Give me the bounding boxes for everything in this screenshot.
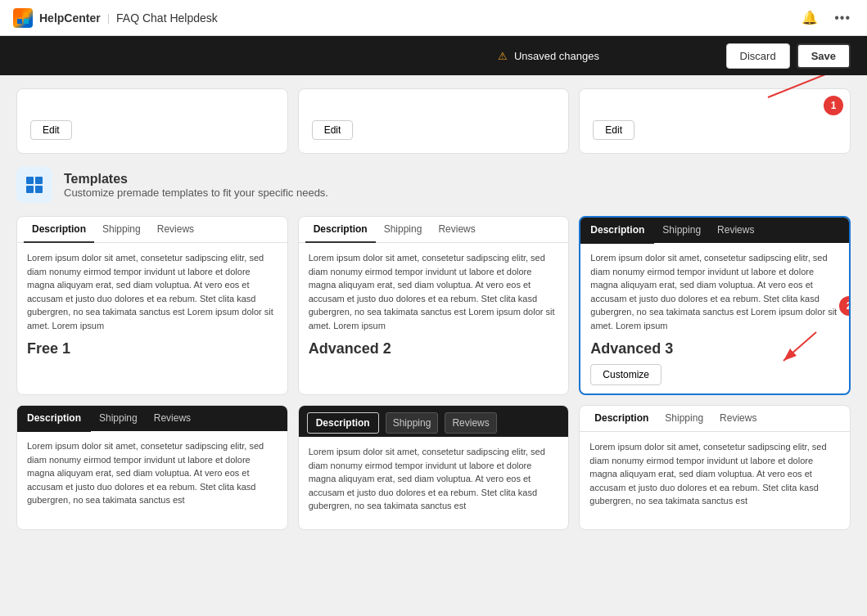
tab-description-adv4[interactable]: Description [17, 406, 91, 432]
template-grid-row2: Description Shipping Reviews Lorem ipsum… [16, 405, 851, 530]
pipe-separator: | [107, 11, 110, 24]
tab-shipping-adv4[interactable]: Shipping [91, 406, 146, 432]
notification-button[interactable]: 🔔 [798, 7, 821, 29]
tmpl-body-free1: Lorem ipsum dolor sit amet, consetetur s… [17, 243, 287, 372]
more-options-button[interactable]: ••• [831, 7, 854, 29]
svg-rect-3 [24, 19, 29, 24]
unsaved-bar: ⚠ Unsaved changes Discard Save [0, 36, 867, 75]
top-card-3: Edit 1 [579, 88, 851, 154]
nav-right: 🔔 ••• [798, 7, 854, 29]
edit-button-3[interactable]: Edit [593, 120, 634, 140]
annotation-badge-1: 1 [824, 96, 843, 115]
tab-description-adv2[interactable]: Description [305, 217, 376, 243]
tmpl-tabs-advanced4: Description Shipping Reviews [17, 406, 287, 431]
template-card-free1: Description Shipping Reviews Lorem ipsum… [16, 216, 288, 395]
top-card-1: Edit [16, 88, 288, 154]
svg-rect-1 [24, 12, 29, 17]
tmpl-lorem-adv5: Lorem ipsum dolor sit amet, consetetur s… [309, 445, 559, 513]
warning-icon: ⚠ [498, 50, 508, 62]
svg-rect-8 [26, 186, 34, 193]
tab-reviews-adv6[interactable]: Reviews [711, 406, 765, 432]
svg-rect-0 [17, 12, 22, 17]
tab-shipping-adv5[interactable]: Shipping [386, 412, 439, 434]
tab-description-adv6[interactable]: Description [586, 406, 657, 432]
tmpl-body-advanced3: Lorem ipsum dolor sit amet, consetetur s… [580, 243, 849, 393]
tab-shipping-free1[interactable]: Shipping [94, 217, 149, 243]
top-card-2: Edit [298, 88, 570, 154]
tmpl-lorem-adv4: Lorem ipsum dolor sit amet, consetetur s… [27, 439, 278, 507]
main-content: Edit Edit Edit 1 [0, 75, 867, 616]
tab-shipping-adv3[interactable]: Shipping [654, 218, 709, 244]
brand-name: HelpCenter [39, 11, 101, 25]
tab-reviews-free1[interactable]: Reviews [149, 217, 202, 243]
tmpl-lorem-adv3: Lorem ipsum dolor sit amet, consetetur s… [590, 251, 839, 332]
templates-description: Customize premade templates to fit your … [64, 187, 328, 199]
unsaved-message: ⚠ Unsaved changes [371, 50, 725, 62]
tab-reviews-adv3[interactable]: Reviews [709, 218, 762, 244]
tmpl-body-advanced2: Lorem ipsum dolor sit amet, consetetur s… [299, 243, 569, 372]
tmpl-tabs-advanced3: Description Shipping Reviews [580, 218, 849, 243]
template-grid-row1: Description Shipping Reviews Lorem ipsum… [16, 216, 851, 395]
tmpl-body-advanced5: Lorem ipsum dolor sit amet, consetetur s… [299, 437, 569, 529]
tmpl-lorem-free1: Lorem ipsum dolor sit amet, consetetur s… [27, 251, 278, 332]
svg-rect-2 [17, 19, 22, 24]
template-card-advanced6: Description Shipping Reviews Lorem ipsum… [579, 405, 851, 530]
tmpl-body-advanced6: Lorem ipsum dolor sit amet, consetetur s… [580, 432, 850, 524]
top-nav: HelpCenter | FAQ Chat Helpdesk 🔔 ••• [0, 0, 867, 36]
tab-description-adv5[interactable]: Description [307, 412, 379, 434]
tab-shipping-adv6[interactable]: Shipping [657, 406, 711, 432]
tmpl-tabs-advanced2: Description Shipping Reviews [299, 217, 569, 243]
template-card-advanced4: Description Shipping Reviews Lorem ipsum… [16, 405, 288, 530]
template-card-advanced2: Description Shipping Reviews Lorem ipsum… [298, 216, 570, 395]
tmpl-lorem-adv2: Lorem ipsum dolor sit amet, consetetur s… [309, 251, 559, 332]
tmpl-tabs-advanced6: Description Shipping Reviews [580, 406, 850, 432]
edit-button-1[interactable]: Edit [30, 120, 72, 140]
top-cards-row: Edit Edit Edit 1 [0, 75, 867, 160]
tmpl-lorem-adv6: Lorem ipsum dolor sit amet, consetetur s… [589, 440, 840, 508]
template-card-advanced5: Description Shipping Reviews Lorem ipsum… [298, 405, 570, 530]
templates-icon [16, 167, 52, 203]
svg-rect-7 [35, 177, 43, 184]
tmpl-tabs-advanced5: Description Shipping Reviews [299, 406, 569, 437]
tmpl-tabs-free1: Description Shipping Reviews [17, 217, 287, 243]
edit-button-2[interactable]: Edit [312, 120, 354, 140]
save-button[interactable]: Save [797, 43, 851, 69]
tab-description-adv3[interactable]: Description [580, 218, 654, 244]
discard-button[interactable]: Discard [726, 43, 790, 69]
nav-left: HelpCenter | FAQ Chat Helpdesk [13, 8, 218, 28]
svg-rect-6 [26, 177, 34, 184]
template-card-advanced3: Description Shipping Reviews Lorem ipsum… [579, 216, 851, 395]
tab-reviews-adv4[interactable]: Reviews [146, 406, 199, 432]
app-logo [13, 8, 33, 28]
tmpl-name-adv3: Advanced 3 [590, 340, 839, 357]
unsaved-actions: Discard Save [726, 43, 851, 69]
templates-info: Templates Customize premade templates to… [64, 172, 328, 199]
tab-description-free1[interactable]: Description [24, 217, 94, 243]
customize-button-adv3[interactable]: Customize [590, 364, 662, 385]
tmpl-name-free1: Free 1 [27, 340, 278, 357]
templates-title: Templates [64, 172, 328, 187]
svg-rect-9 [35, 186, 43, 193]
tmpl-body-advanced4: Lorem ipsum dolor sit amet, consetetur s… [17, 431, 287, 524]
templates-section: Templates Customize premade templates to… [0, 160, 867, 543]
tab-shipping-adv2[interactable]: Shipping [376, 217, 431, 243]
templates-header: Templates Customize premade templates to… [16, 167, 851, 203]
tab-reviews-adv2[interactable]: Reviews [430, 217, 483, 243]
tab-reviews-adv5[interactable]: Reviews [445, 412, 496, 434]
tmpl-name-adv2: Advanced 2 [309, 340, 559, 357]
app-subtitle: FAQ Chat Helpdesk [116, 11, 218, 25]
annotation-arrow-1 [752, 75, 867, 106]
svg-line-5 [768, 75, 867, 97]
unsaved-text: Unsaved changes [514, 50, 599, 62]
